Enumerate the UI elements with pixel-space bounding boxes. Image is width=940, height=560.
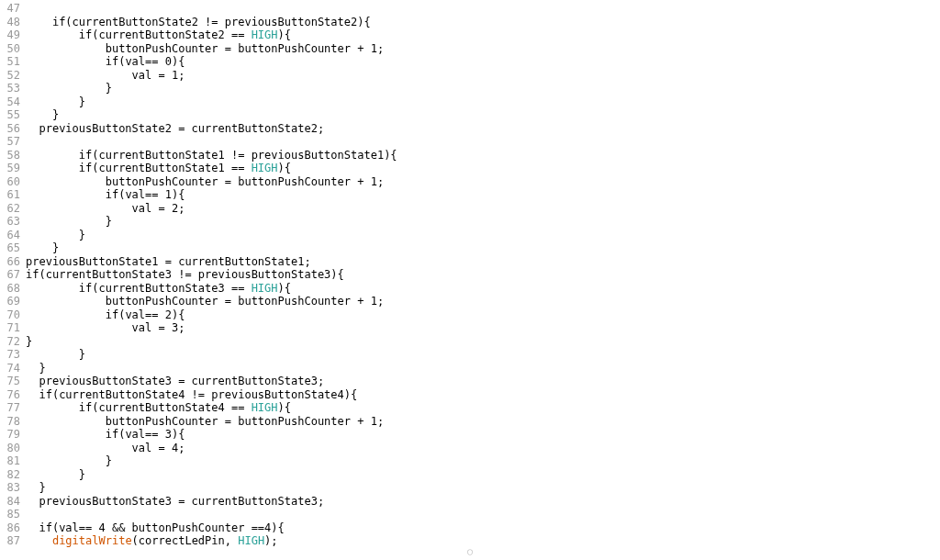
line-number: 72	[0, 335, 26, 349]
code-line[interactable]: 67if(currentButtonState3 != previousButt…	[0, 268, 940, 282]
code-content[interactable]: digitalWrite(correctLedPin, HIGH);	[26, 534, 940, 548]
code-line[interactable]: 59 if(currentButtonState1 == HIGH){	[0, 162, 940, 175]
line-number: 81	[0, 454, 26, 468]
code-content[interactable]: }	[26, 108, 940, 122]
code-content[interactable]: previousButtonState3 = currentButtonStat…	[26, 495, 940, 509]
line-number: 70	[0, 308, 26, 322]
code-content[interactable]: if(currentButtonState4 == HIGH){	[26, 401, 940, 415]
code-content[interactable]	[26, 508, 940, 521]
code-content[interactable]: if(val== 1){	[26, 188, 940, 202]
code-content[interactable]: buttonPushCounter = buttonPushCounter + …	[26, 42, 940, 56]
code-line[interactable]: 60 buttonPushCounter = buttonPushCounter…	[0, 175, 940, 189]
code-content[interactable]: buttonPushCounter = buttonPushCounter + …	[26, 175, 940, 189]
code-editor[interactable]: 4748 if(currentButtonState2 != previousB…	[0, 0, 940, 548]
code-content[interactable]: val = 1;	[26, 69, 940, 83]
code-line[interactable]: 75 previousButtonState3 = currentButtonS…	[0, 375, 940, 388]
line-number: 83	[0, 481, 26, 495]
code-content[interactable]: }	[26, 335, 940, 349]
code-line[interactable]: 77 if(currentButtonState4 == HIGH){	[0, 401, 940, 415]
line-number: 59	[0, 162, 26, 175]
code-content[interactable]: if(val== 0){	[26, 55, 940, 69]
code-line[interactable]: 52 val = 1;	[0, 69, 940, 83]
code-line[interactable]: 51 if(val== 0){	[0, 55, 940, 69]
code-content[interactable]: if(val== 4 && buttonPushCounter ==4){	[26, 521, 940, 535]
code-content[interactable]: previousButtonState3 = currentButtonStat…	[26, 375, 940, 388]
code-content[interactable]: if(currentButtonState4 != previousButton…	[26, 388, 940, 402]
code-content[interactable]: if(val== 3){	[26, 428, 940, 442]
code-content[interactable]: previousButtonState2 = currentButtonStat…	[26, 122, 940, 136]
code-line[interactable]: 72}	[0, 335, 940, 349]
code-content[interactable]: val = 4;	[26, 442, 940, 455]
code-line[interactable]: 83 }	[0, 481, 940, 495]
code-line[interactable]: 61 if(val== 1){	[0, 188, 940, 202]
code-line[interactable]: 50 buttonPushCounter = buttonPushCounter…	[0, 42, 940, 56]
code-line[interactable]: 55 }	[0, 108, 940, 122]
code-content[interactable]: if(currentButtonState1 == HIGH){	[26, 162, 940, 175]
code-content[interactable]: }	[26, 468, 940, 482]
code-content[interactable]: if(currentButtonState2 == HIGH){	[26, 28, 940, 42]
code-line[interactable]: 78 buttonPushCounter = buttonPushCounter…	[0, 415, 940, 429]
line-number: 47	[0, 2, 26, 16]
line-number: 82	[0, 468, 26, 482]
code-content[interactable]: }	[26, 241, 940, 255]
code-content[interactable]: buttonPushCounter = buttonPushCounter + …	[26, 295, 940, 308]
code-content[interactable]: if(currentButtonState2 != previousButton…	[26, 16, 940, 29]
code-line[interactable]: 76 if(currentButtonState4 != previousBut…	[0, 388, 940, 402]
code-line[interactable]: 84 previousButtonState3 = currentButtonS…	[0, 495, 940, 509]
line-number: 51	[0, 55, 26, 69]
line-number: 52	[0, 69, 26, 83]
code-line[interactable]: 80 val = 4;	[0, 442, 940, 455]
code-line[interactable]: 64 }	[0, 229, 940, 242]
line-number: 76	[0, 388, 26, 402]
code-line[interactable]: 73 }	[0, 348, 940, 362]
code-content[interactable]: }	[26, 481, 940, 495]
code-content[interactable]: }	[26, 229, 940, 242]
code-line[interactable]: 81 }	[0, 454, 940, 468]
code-line[interactable]: 85	[0, 508, 940, 521]
code-content[interactable]: }	[26, 215, 940, 229]
code-line[interactable]: 53 }	[0, 82, 940, 95]
code-line[interactable]: 68 if(currentButtonState3 == HIGH){	[0, 282, 940, 296]
code-line[interactable]: 48 if(currentButtonState2 != previousBut…	[0, 16, 940, 29]
code-content[interactable]	[26, 2, 940, 16]
code-line[interactable]: 49 if(currentButtonState2 == HIGH){	[0, 28, 940, 42]
line-number: 55	[0, 108, 26, 122]
line-number: 85	[0, 508, 26, 521]
code-line[interactable]: 63 }	[0, 215, 940, 229]
code-line[interactable]: 65 }	[0, 241, 940, 255]
code-line[interactable]: 58 if(currentButtonState1 != previousBut…	[0, 149, 940, 162]
code-line[interactable]: 70 if(val== 2){	[0, 308, 940, 322]
line-number: 78	[0, 415, 26, 429]
code-line[interactable]: 54 }	[0, 95, 940, 109]
line-number: 86	[0, 521, 26, 535]
code-content[interactable]: buttonPushCounter = buttonPushCounter + …	[26, 415, 940, 429]
line-number: 62	[0, 202, 26, 216]
code-content[interactable]: }	[26, 362, 940, 375]
code-content[interactable]: if(currentButtonState3 != previousButton…	[26, 268, 940, 282]
code-line[interactable]: 62 val = 2;	[0, 202, 940, 216]
code-line[interactable]: 47	[0, 2, 940, 16]
code-line[interactable]: 66previousButtonState1 = currentButtonSt…	[0, 255, 940, 269]
code-content[interactable]	[26, 135, 940, 149]
code-line[interactable]: 79 if(val== 3){	[0, 428, 940, 442]
line-number: 73	[0, 348, 26, 362]
code-line[interactable]: 82 }	[0, 468, 940, 482]
line-number: 74	[0, 362, 26, 375]
line-number: 69	[0, 295, 26, 308]
code-line[interactable]: 74 }	[0, 362, 940, 375]
code-content[interactable]: previousButtonState1 = currentButtonStat…	[26, 255, 940, 269]
code-content[interactable]: val = 2;	[26, 202, 940, 216]
code-line[interactable]: 57	[0, 135, 940, 149]
code-line[interactable]: 56 previousButtonState2 = currentButtonS…	[0, 122, 940, 136]
code-content[interactable]: }	[26, 82, 940, 95]
code-line[interactable]: 69 buttonPushCounter = buttonPushCounter…	[0, 295, 940, 308]
code-content[interactable]: }	[26, 348, 940, 362]
code-content[interactable]: if(val== 2){	[26, 308, 940, 322]
code-content[interactable]: }	[26, 95, 940, 109]
code-content[interactable]: }	[26, 454, 940, 468]
code-line[interactable]: 71 val = 3;	[0, 321, 940, 335]
code-line[interactable]: 86 if(val== 4 && buttonPushCounter ==4){	[0, 521, 940, 535]
code-content[interactable]: val = 3;	[26, 321, 940, 335]
code-content[interactable]: if(currentButtonState1 != previousButton…	[26, 149, 940, 162]
code-content[interactable]: if(currentButtonState3 == HIGH){	[26, 282, 940, 296]
